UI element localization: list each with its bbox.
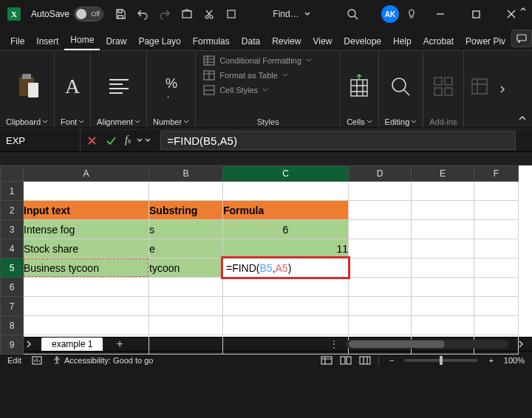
formula-bar[interactable]: =FIND(B5,A5) <box>160 131 516 150</box>
col-header-f[interactable]: F <box>474 166 519 182</box>
toggle-switch[interactable]: Off <box>74 7 103 21</box>
svg-rect-11 <box>28 83 38 97</box>
col-header-b[interactable]: B <box>149 166 223 182</box>
save-icon[interactable] <box>111 4 130 24</box>
cell-c5-edit[interactable]: =FIND(B5,A5) <box>221 256 350 279</box>
cell-b4[interactable]: e <box>149 239 223 258</box>
row-header-9[interactable]: 9 <box>1 335 24 354</box>
group-addins[interactable]: Add-ins <box>423 51 463 128</box>
group-editing[interactable]: Editing <box>379 51 424 128</box>
select-all-corner[interactable] <box>1 166 24 182</box>
svg-rect-10 <box>22 74 31 79</box>
tab-draw[interactable]: Draw <box>100 32 132 50</box>
sheet-tab-active[interactable]: example 1 <box>41 338 103 351</box>
name-box[interactable] <box>0 129 81 151</box>
cell-b2[interactable]: Substring <box>149 201 223 220</box>
cancel-icon[interactable] <box>85 136 98 145</box>
horizontal-scrollbar[interactable] <box>346 340 508 349</box>
cell-c5[interactable]: =FIND(B5,A5) <box>223 258 349 278</box>
row-header-5[interactable]: 5 <box>1 258 24 278</box>
tab-insert[interactable]: Insert <box>30 32 64 50</box>
cell-c2[interactable]: Formula <box>223 201 349 220</box>
formula-bar-row: fx =FIND(B5,A5) <box>0 129 532 152</box>
document-title: Find… <box>273 9 299 19</box>
fx-icon[interactable]: fx <box>125 134 131 146</box>
svg-point-4 <box>210 16 213 18</box>
group-more[interactable]: . <box>464 51 495 128</box>
conditional-formatting-button[interactable]: Conditional Formatting <box>203 55 312 66</box>
group-font[interactable]: A Font <box>55 51 91 128</box>
tab-file[interactable]: File <box>4 32 30 50</box>
redo-icon[interactable] <box>155 4 174 24</box>
accessibility-status[interactable]: Accessibility: Good to go <box>52 356 153 365</box>
maximize-button[interactable] <box>460 0 492 28</box>
svg-rect-5 <box>228 10 235 18</box>
cell-a4[interactable]: Stock share <box>24 239 149 258</box>
cell-a2[interactable]: Input text <box>24 201 149 220</box>
page-layout-view-icon[interactable] <box>340 356 352 365</box>
cell-b3[interactable]: s <box>149 220 223 239</box>
group-number[interactable]: %, Number <box>147 51 196 128</box>
tab-powerpivot[interactable]: Power Piv <box>460 32 511 50</box>
collapse-ribbon-icon[interactable] <box>517 113 528 123</box>
autosave-toggle[interactable]: AutoSave Off <box>27 7 108 21</box>
expand-formula-bar-icon[interactable] <box>519 4 528 13</box>
search-icon[interactable] <box>343 4 362 24</box>
normal-view-icon[interactable] <box>321 356 332 365</box>
comments-button[interactable] <box>511 30 532 47</box>
row-header-4[interactable]: 4 <box>1 239 24 258</box>
svg-text:%: % <box>166 76 177 91</box>
user-avatar[interactable]: AK <box>381 5 399 23</box>
undo-icon[interactable] <box>133 4 152 24</box>
qat-more-icon[interactable] <box>222 4 241 24</box>
col-header-e[interactable]: E <box>412 166 474 182</box>
row-header-1[interactable]: 1 <box>1 182 24 201</box>
zoom-in-button[interactable]: + <box>485 356 496 365</box>
row-header-7[interactable]: 7 <box>1 297 24 316</box>
lightbulb-icon[interactable] <box>402 4 421 24</box>
cell-c4[interactable]: 11 <box>223 239 349 258</box>
tab-developer[interactable]: Develope <box>338 32 387 50</box>
tab-help[interactable]: Help <box>387 32 417 50</box>
tab-formulas[interactable]: Formulas <box>187 32 236 50</box>
stats-icon[interactable] <box>32 356 42 365</box>
cell-b5[interactable]: tycoon <box>149 258 223 278</box>
ribbon-overflow-icon[interactable] <box>495 51 510 128</box>
cell-c3[interactable]: 6 <box>223 220 349 239</box>
fx-dropdown-icon[interactable] <box>141 137 154 143</box>
formula-bar-value: =FIND(B5,A5) <box>167 134 237 147</box>
page-break-view-icon[interactable] <box>359 356 371 365</box>
cell-styles-button[interactable]: Cell Styles <box>203 85 268 95</box>
format-as-table-button[interactable]: Format as Table <box>203 70 288 80</box>
tab-home[interactable]: Home <box>64 30 100 50</box>
group-clipboard[interactable]: Clipboard <box>0 51 55 128</box>
col-header-c[interactable]: C <box>223 166 349 182</box>
col-header-d[interactable]: D <box>349 166 412 182</box>
col-header-a[interactable]: A <box>24 166 149 182</box>
tab-data[interactable]: Data <box>236 32 266 50</box>
zoom-out-button[interactable]: − <box>386 356 397 365</box>
row-header-8[interactable]: 8 <box>1 316 24 335</box>
row-header-2[interactable]: 2 <box>1 201 24 220</box>
cell-a3[interactable]: Intense fog <box>24 220 149 239</box>
group-styles: Conditional Formatting Format as Table C… <box>196 51 341 128</box>
svg-text:A: A <box>65 75 81 97</box>
zoom-level[interactable]: 100% <box>504 356 525 365</box>
group-cells[interactable]: Cells <box>341 51 378 128</box>
group-alignment[interactable]: Alignment <box>91 51 147 128</box>
window-title-search[interactable]: Find… <box>273 9 310 19</box>
accept-icon[interactable] <box>104 136 117 145</box>
tab-view[interactable]: View <box>307 32 338 50</box>
title-bar: X AutoSave Off Find… AK <box>0 0 532 28</box>
minimize-button[interactable] <box>424 0 457 28</box>
spreadsheet-grid[interactable]: A B C D E F 1 2 Input text Substring For… <box>0 165 532 337</box>
cell-a5[interactable]: Business tycoon <box>24 258 149 278</box>
tab-acrobat[interactable]: Acrobat <box>417 32 460 50</box>
tab-review[interactable]: Review <box>266 32 307 50</box>
row-header-6[interactable]: 6 <box>1 278 24 297</box>
row-header-3[interactable]: 3 <box>1 220 24 239</box>
cut-icon[interactable] <box>200 4 219 24</box>
zoom-slider[interactable] <box>404 359 478 362</box>
tab-pagelayout[interactable]: Page Layo <box>132 32 186 50</box>
qat-icon[interactable] <box>177 4 197 24</box>
